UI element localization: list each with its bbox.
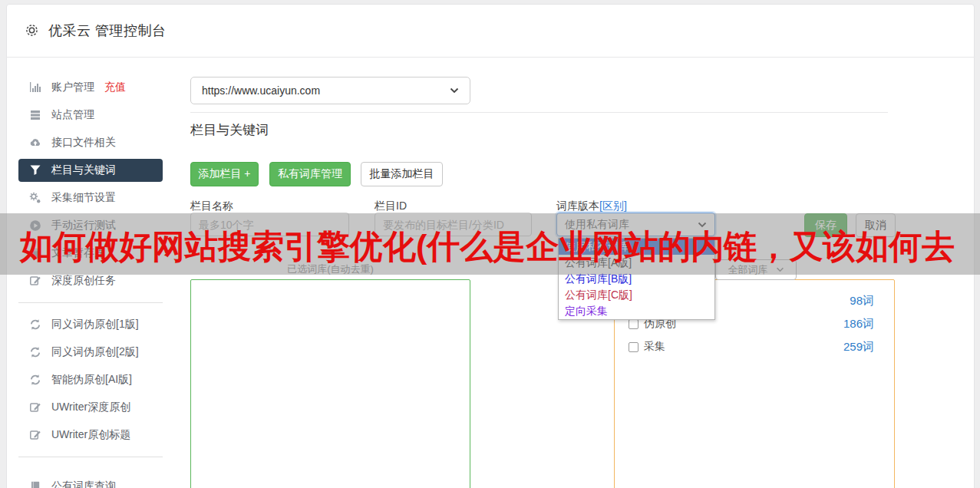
sidebar-item-account[interactable]: 账户管理 充值 (18, 74, 163, 101)
sidebar-item-label: 栏目与关键词 (51, 163, 116, 177)
sidebar-item-label: UWriter深度原创 (51, 401, 130, 414)
word-count: 259词 (843, 340, 874, 354)
edit-icon (29, 429, 41, 441)
sidebar-item-ai-rewrite[interactable]: 智能伪原创[AI版] (18, 366, 163, 394)
private-lib-manage-button[interactable]: 私有词库管理 (269, 162, 351, 186)
page-title: 栏目与关键词 (190, 121, 269, 139)
sidebar-item-label: 账户管理 (51, 81, 94, 94)
refresh-icon (29, 318, 41, 331)
app-header: 优采云 管理控制台 (6, 4, 975, 58)
sidebar-item-label: 深度原创任务 (51, 274, 116, 288)
sidebar-item-label: UWriter原创标题 (51, 428, 130, 442)
sidebar-item-label: 接口文件相关 (51, 136, 116, 150)
refresh-icon (29, 346, 41, 358)
sidebar-item-uwriter-title[interactable]: UWriter原创标题 (18, 421, 163, 449)
sidebar-item-collect-settings[interactable]: 采集细节设置 (18, 184, 163, 212)
chevron-down-icon (450, 87, 459, 94)
sidebar-item-synonym-1[interactable]: 同义词伪原创[1版] (18, 311, 163, 338)
book-icon (29, 480, 41, 488)
gears-icon (29, 192, 41, 204)
sidebar-divider (18, 457, 163, 457)
word-list-row: 采集 259词 (615, 335, 894, 358)
word-list-checkbox[interactable] (629, 319, 638, 329)
gear-icon (25, 23, 39, 38)
site-url-value: https://www.ucaiyun.com (202, 84, 320, 97)
sidebar-item-interface-files[interactable]: 接口文件相关 (18, 129, 163, 157)
watermark-banner-overlay: 如何做好网站搜索引擎优化(什么是企业网站的内链，又该如何去 (0, 213, 980, 275)
batch-add-column-button[interactable]: 批量添加栏目 (361, 162, 443, 186)
word-list-label: 采集 (644, 340, 665, 354)
sidebar-item-label: 智能伪原创[AI版] (51, 373, 132, 387)
server-icon (29, 109, 41, 121)
sidebar-item-public-lib-query[interactable]: 公有词库查询 (18, 473, 163, 488)
watermark-text: 如何做好网站搜索引擎优化(什么是企业网站的内链，又该如何去 (0, 219, 955, 269)
app-root: 优采云 管理控制台 账户管理 充值 站点管理 接口文件相关 栏目与关键词 采集细… (0, 0, 980, 488)
recharge-badge[interactable]: 充值 (104, 81, 126, 94)
refresh-icon (29, 374, 41, 386)
sidebar-item-synonym-2[interactable]: 同义词伪原创[2版] (18, 338, 163, 366)
word-count: 186词 (843, 317, 874, 331)
column-id-label: 栏目ID (375, 199, 407, 213)
version-diff-link[interactable]: [区别] (599, 199, 627, 212)
sidebar-item-uwriter-deep[interactable]: UWriter深度原创 (18, 394, 163, 421)
sidebar-item-label: 站点管理 (51, 108, 94, 122)
site-url-select[interactable]: https://www.ucaiyun.com (190, 77, 470, 104)
cloud-upload-icon (29, 137, 41, 149)
sidebar-item-label: 公有词库查询 (51, 480, 116, 488)
edit-icon (29, 275, 41, 287)
edit-icon (29, 401, 41, 414)
add-column-button[interactable]: 添加栏目 + (190, 162, 259, 186)
column-name-label: 栏目名称 (190, 199, 233, 213)
sidebar-item-label: 采集细节设置 (51, 191, 116, 205)
sidebar-item-sites[interactable]: 站点管理 (18, 101, 163, 129)
filter-icon (29, 164, 41, 176)
chart-bar-icon (29, 81, 41, 94)
word-count: 98词 (850, 294, 874, 308)
app-title: 优采云 管理控制台 (48, 21, 167, 40)
sidebar-item-columns-keywords[interactable]: 栏目与关键词 (18, 159, 163, 182)
lib-version-label: 词库版本[区别] (556, 199, 627, 213)
sidebar-item-label: 同义词伪原创[1版] (51, 318, 139, 331)
section-divider (190, 112, 888, 113)
selected-keywords-box (190, 279, 470, 488)
dropdown-option-public-c[interactable]: 公有词库[C版] (559, 287, 714, 303)
sidebar: 账户管理 充值 站点管理 接口文件相关 栏目与关键词 采集细节设置 手动运行测试… (18, 74, 163, 488)
sidebar-divider (18, 302, 163, 303)
dropdown-option-directed-collect[interactable]: 定向采集 (559, 303, 714, 319)
sidebar-item-label: 同义词伪原创[2版] (51, 345, 139, 359)
word-list-checkbox[interactable] (629, 342, 638, 352)
